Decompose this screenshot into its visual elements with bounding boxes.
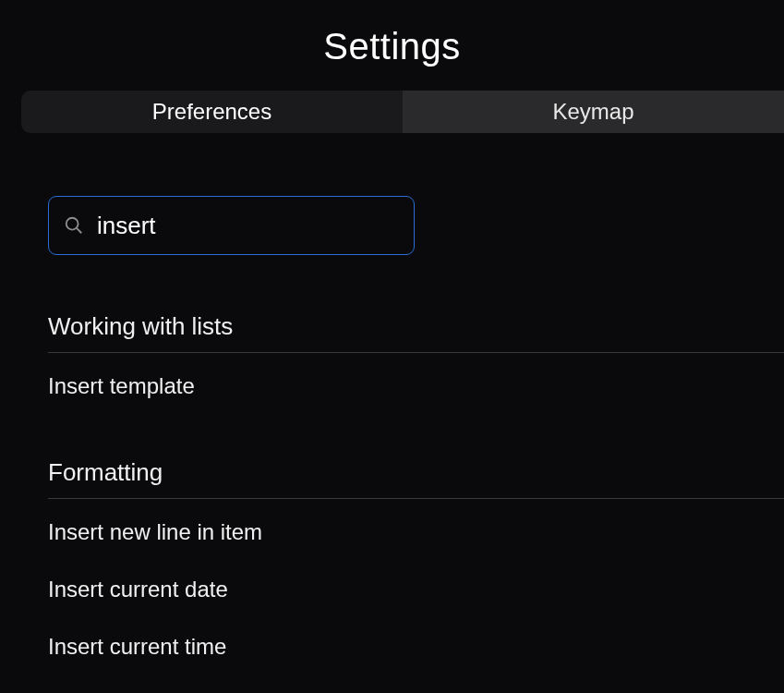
section-working-with-lists: Working with lists Insert template [48, 312, 784, 407]
tab-keymap-label: Keymap [552, 99, 633, 125]
tab-preferences-label: Preferences [152, 99, 271, 125]
tab-keymap[interactable]: Keymap [403, 91, 784, 133]
keymap-item-insert-current-time[interactable]: Insert current time [48, 610, 784, 667]
keymap-item-insert-template[interactable]: Insert template [48, 353, 784, 407]
keymap-item-insert-current-date[interactable]: Insert current date [48, 553, 784, 610]
svg-line-1 [77, 228, 81, 233]
tabs-container: Preferences Keymap [21, 91, 784, 133]
section-title-working-with-lists: Working with lists [48, 312, 784, 353]
content-area: Working with lists Insert template Forma… [0, 133, 784, 667]
section-formatting: Formatting Insert new line in item Inser… [48, 458, 784, 667]
search-input[interactable] [97, 212, 399, 240]
keymap-item-insert-new-line[interactable]: Insert new line in item [48, 499, 784, 553]
search-wrapper[interactable] [48, 196, 415, 255]
page-title: Settings [0, 0, 784, 91]
section-title-formatting: Formatting [48, 458, 784, 499]
tab-preferences[interactable]: Preferences [21, 91, 403, 133]
search-icon [64, 215, 84, 236]
svg-point-0 [66, 218, 78, 230]
